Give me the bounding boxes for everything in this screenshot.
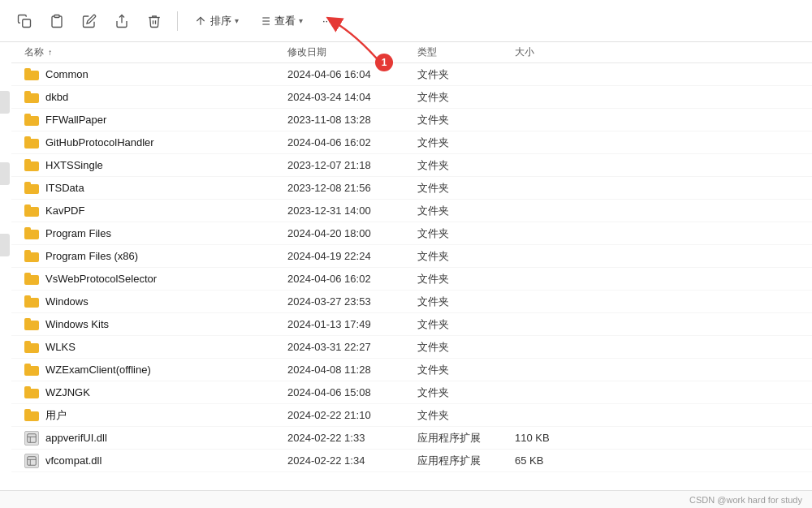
file-type-cell: 文件夹 bbox=[417, 340, 515, 355]
folder-icon bbox=[24, 409, 39, 421]
file-name: WLKS bbox=[45, 341, 76, 353]
file-name-cell: dkbd bbox=[11, 91, 287, 103]
view-button[interactable]: 查看 ▾ bbox=[250, 6, 311, 36]
folder-icon bbox=[24, 364, 39, 376]
file-name: Windows bbox=[45, 295, 89, 308]
file-type-cell: 文件夹 bbox=[417, 136, 515, 150]
table-row[interactable]: WLKS 2024-03-31 22:27 文件夹 bbox=[11, 336, 812, 359]
svg-rect-0 bbox=[23, 19, 31, 27]
table-row[interactable]: GitHubProtocolHandler 2024-04-06 16:02 文… bbox=[11, 131, 812, 154]
col-date-header[interactable]: 修改日期 bbox=[287, 45, 417, 59]
folder-icon bbox=[24, 250, 39, 262]
table-row[interactable]: KavPDF 2023-12-31 14:00 文件夹 bbox=[11, 200, 812, 222]
view-caret: ▾ bbox=[299, 16, 303, 25]
table-row[interactable]: HXTSSingle 2023-12-07 21:18 文件夹 bbox=[11, 154, 812, 177]
paste-button[interactable] bbox=[42, 6, 71, 36]
file-type-cell: 文件夹 bbox=[417, 204, 515, 218]
file-name-cell: WZJNGK bbox=[11, 386, 287, 398]
file-name-cell: Program Files (x86) bbox=[11, 250, 287, 262]
file-date-cell: 2024-04-20 18:00 bbox=[287, 227, 417, 239]
file-type-cell: 文件夹 bbox=[417, 363, 515, 377]
table-row[interactable]: vfcompat.dll 2024-02-22 1:34 应用程序扩展 65 K… bbox=[11, 450, 812, 472]
table-row[interactable]: VsWebProtocolSelector 2024-04-06 16:02 文… bbox=[11, 268, 812, 291]
file-name: Common bbox=[45, 68, 89, 80]
side-tab-1[interactable] bbox=[0, 91, 10, 114]
side-panel bbox=[0, 42, 11, 256]
file-type-cell: 应用程序扩展 bbox=[417, 431, 515, 446]
file-type-cell: 文件夹 bbox=[417, 226, 515, 241]
file-name-cell: KavPDF bbox=[11, 204, 287, 217]
file-type-cell: 文件夹 bbox=[417, 295, 515, 309]
table-row[interactable]: WZJNGK 2024-04-06 15:08 文件夹 bbox=[11, 381, 812, 404]
table-row[interactable]: dkbd 2024-03-24 14:04 文件夹 bbox=[11, 86, 812, 109]
file-list-area: 名称 ↑ 修改日期 类型 大小 Common 2024-04-06 16:04 … bbox=[0, 42, 812, 490]
table-row[interactable]: Program Files 2024-04-20 18:00 文件夹 bbox=[11, 222, 812, 245]
file-type-cell: 文件夹 bbox=[417, 158, 515, 173]
table-row[interactable]: Windows 2024-03-27 23:53 文件夹 bbox=[11, 291, 812, 313]
table-row[interactable]: Windows Kits 2024-01-13 17:49 文件夹 bbox=[11, 313, 812, 336]
file-type-cell: 文件夹 bbox=[417, 113, 515, 127]
file-type-cell: 文件夹 bbox=[417, 272, 515, 286]
table-row[interactable]: ITSData 2023-12-08 21:56 文件夹 bbox=[11, 177, 812, 200]
file-name: vfcompat.dll bbox=[45, 454, 102, 467]
delete-button[interactable] bbox=[140, 6, 169, 36]
file-date-cell: 2024-04-06 16:04 bbox=[287, 68, 417, 80]
more-button[interactable]: ··· bbox=[314, 6, 339, 36]
file-date-cell: 2024-04-06 16:02 bbox=[287, 136, 417, 149]
table-row[interactable]: Program Files (x86) 2024-04-19 22:24 文件夹 bbox=[11, 245, 812, 268]
file-date-cell: 2024-04-06 16:02 bbox=[287, 273, 417, 285]
file-name: Program Files bbox=[45, 227, 111, 239]
folder-icon bbox=[24, 386, 39, 398]
table-row[interactable]: FFWallPaper 2023-11-08 13:28 文件夹 bbox=[11, 109, 812, 131]
toolbar: 排序 ▾ 查看 ▾ ··· bbox=[0, 0, 812, 42]
file-date-cell: 2024-02-22 1:34 bbox=[287, 454, 417, 467]
col-size-header[interactable]: 大小 bbox=[515, 45, 596, 59]
folder-icon bbox=[24, 91, 39, 103]
file-name: VsWebProtocolSelector bbox=[45, 273, 157, 285]
file-name: Program Files (x86) bbox=[45, 250, 138, 262]
file-name-cell: FFWallPaper bbox=[11, 114, 287, 126]
separator-1 bbox=[177, 11, 178, 31]
file-name: 用户 bbox=[45, 408, 67, 423]
table-row[interactable]: WZExamClient(offline) 2024-04-08 11:28 文… bbox=[11, 359, 812, 381]
side-tab-2[interactable] bbox=[0, 162, 10, 185]
file-date-cell: 2024-03-27 23:53 bbox=[287, 295, 417, 308]
column-header: 名称 ↑ 修改日期 类型 大小 bbox=[11, 42, 812, 63]
file-name-cell: appverifUI.dll bbox=[11, 431, 287, 446]
copy-button[interactable] bbox=[10, 6, 39, 36]
file-name-cell: WLKS bbox=[11, 341, 287, 353]
table-row[interactable]: 用户 2024-02-22 21:10 文件夹 bbox=[11, 404, 812, 427]
col-type-header[interactable]: 类型 bbox=[417, 45, 515, 59]
file-name-cell: 用户 bbox=[11, 408, 287, 423]
file-name-cell: WZExamClient(offline) bbox=[11, 364, 287, 376]
file-type-cell: 文件夹 bbox=[417, 408, 515, 423]
file-date-cell: 2024-02-22 1:33 bbox=[287, 432, 417, 444]
svg-rect-13 bbox=[28, 456, 37, 465]
file-date-cell: 2023-12-07 21:18 bbox=[287, 159, 417, 171]
file-type-cell: 文件夹 bbox=[417, 385, 515, 400]
file-name: WZJNGK bbox=[45, 386, 90, 398]
col-name-header[interactable]: 名称 ↑ bbox=[11, 45, 287, 59]
file-name: GitHubProtocolHandler bbox=[45, 136, 154, 149]
svg-rect-10 bbox=[28, 433, 37, 442]
file-name-cell: ITSData bbox=[11, 182, 287, 194]
dll-icon bbox=[24, 431, 39, 446]
file-type-cell: 文件夹 bbox=[417, 181, 515, 196]
file-type-cell: 文件夹 bbox=[417, 90, 515, 105]
folder-icon bbox=[24, 114, 39, 126]
rename-button[interactable] bbox=[75, 6, 104, 36]
file-name: HXTSSingle bbox=[45, 159, 103, 171]
sort-button[interactable]: 排序 ▾ bbox=[186, 6, 247, 36]
file-name: Windows Kits bbox=[45, 318, 109, 330]
file-name: appverifUI.dll bbox=[45, 432, 107, 444]
side-tab-3[interactable] bbox=[0, 234, 10, 256]
file-date-cell: 2024-01-13 17:49 bbox=[287, 318, 417, 330]
file-size-cell: 65 KB bbox=[515, 454, 596, 467]
file-name: FFWallPaper bbox=[45, 114, 106, 126]
table-row[interactable]: Common 2024-04-06 16:04 文件夹 bbox=[11, 63, 812, 86]
file-name-cell: vfcompat.dll bbox=[11, 454, 287, 468]
table-row[interactable]: appverifUI.dll 2024-02-22 1:33 应用程序扩展 11… bbox=[11, 427, 812, 450]
share-button[interactable] bbox=[107, 6, 136, 36]
file-name: KavPDF bbox=[45, 204, 84, 217]
file-size-cell: 110 KB bbox=[515, 432, 596, 444]
